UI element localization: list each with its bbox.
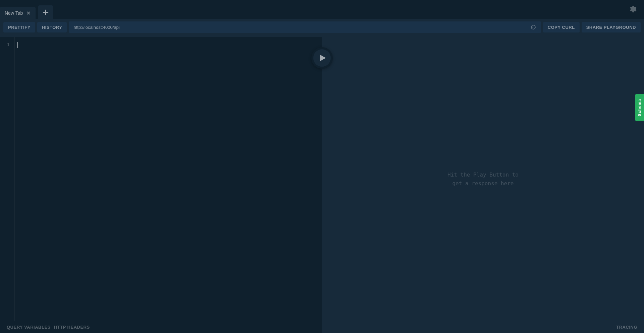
- editor-pane: 1 Query Variables HTTP Headers: [0, 37, 322, 333]
- query-editor[interactable]: 1: [0, 37, 322, 321]
- copy-curl-button[interactable]: Copy CURL: [543, 22, 580, 32]
- play-icon: [318, 53, 327, 63]
- editor-footer: Query Variables HTTP Headers: [0, 321, 322, 333]
- main-content: 1 Query Variables HTTP Headers Hit the P…: [0, 35, 644, 333]
- settings-button[interactable]: [629, 5, 637, 14]
- reload-icon: [530, 24, 536, 30]
- tracing-tab[interactable]: Tracing: [616, 325, 637, 330]
- line-number: 1: [0, 42, 10, 47]
- share-playground-button[interactable]: Share Playground: [582, 22, 641, 32]
- endpoint-input[interactable]: [73, 25, 530, 30]
- tab-label: New Tab: [5, 10, 23, 16]
- http-headers-tab[interactable]: HTTP Headers: [54, 325, 90, 330]
- add-tab-button[interactable]: [38, 5, 53, 19]
- line-gutter: 1: [0, 37, 15, 321]
- cursor: [17, 42, 18, 48]
- toolbar: Prettify History Copy CURL Share Playgro…: [0, 19, 644, 35]
- reload-button[interactable]: [530, 24, 536, 30]
- prettify-button[interactable]: Prettify: [3, 22, 35, 32]
- play-button[interactable]: [311, 47, 333, 69]
- result-footer: Tracing: [322, 321, 644, 333]
- query-variables-tab[interactable]: Query Variables: [7, 325, 51, 330]
- endpoint-wrapper: [69, 21, 541, 33]
- close-icon[interactable]: [26, 11, 31, 15]
- tab-bar: New Tab: [0, 0, 644, 19]
- tabs-container: New Tab: [0, 0, 53, 19]
- schema-tab[interactable]: Schema: [635, 94, 644, 121]
- plus-icon: [43, 9, 49, 15]
- gear-icon: [629, 5, 637, 13]
- tab-new[interactable]: New Tab: [0, 7, 36, 19]
- result-pane: Hit the Play Button to get a response he…: [322, 37, 644, 333]
- code-area[interactable]: [15, 37, 322, 321]
- history-button[interactable]: History: [37, 22, 67, 32]
- result-placeholder: Hit the Play Button to get a response he…: [322, 37, 644, 321]
